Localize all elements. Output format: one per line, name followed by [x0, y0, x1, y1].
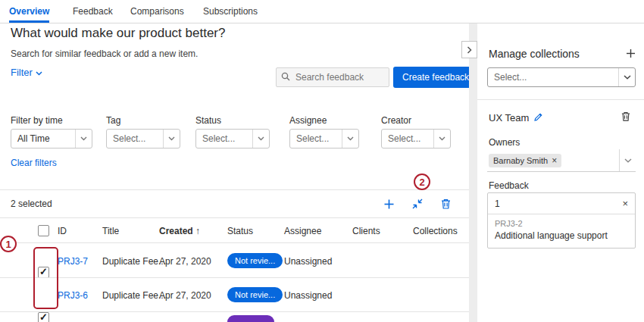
collapse-arrows-icon: [411, 198, 424, 210]
filter-select-assignee[interactable]: Select...: [289, 129, 359, 148]
owners-select[interactable]: Barnaby Smith ×: [487, 149, 636, 172]
chevron-down-icon: [342, 130, 358, 148]
panel-gutter: [469, 23, 477, 322]
divider: [0, 217, 470, 218]
col-header-status[interactable]: Status: [227, 226, 253, 236]
remove-owner-icon[interactable]: ×: [552, 155, 557, 166]
page-subtitle: Search for similar feedback or add a new…: [11, 48, 198, 59]
status-badge: Not revie...: [227, 287, 283, 302]
plus-icon: [383, 199, 395, 210]
chevron-down-icon: [75, 130, 92, 148]
page: Overview Feedback Comparisons Subscripti…: [0, 0, 644, 322]
pencil-icon: [533, 112, 543, 122]
row-created: Apr 27, 2020: [159, 290, 211, 301]
tab-comparisons[interactable]: Comparisons: [130, 0, 184, 23]
chevron-down-icon: [163, 130, 180, 148]
collection-select-value: Select...: [488, 72, 618, 83]
filter-select-tag-value: Select...: [107, 133, 163, 144]
feedback-label: Feedback: [489, 180, 529, 191]
search-icon: [281, 70, 290, 84]
page-title: What would make our product better?: [11, 26, 225, 41]
feedback-count: 1: [495, 199, 500, 209]
tab-feedback[interactable]: Feedback: [73, 0, 113, 23]
row-checkbox[interactable]: [38, 312, 49, 322]
collapse-panel-button[interactable]: [461, 41, 477, 58]
tab-overview[interactable]: Overview: [9, 0, 49, 23]
filter-label-assignee: Assignee: [289, 115, 327, 126]
tab-bar: Overview Feedback Comparisons Subscripti…: [0, 0, 644, 23]
collection-select[interactable]: Select...: [487, 67, 636, 87]
sort-asc-icon: ↑: [195, 226, 200, 236]
filter-select-assignee-value: Select...: [290, 133, 342, 144]
row-id-link[interactable]: PRJ3-7: [58, 256, 88, 267]
filter-select-time[interactable]: All Time: [11, 129, 92, 148]
manage-collections-panel: Manage collections Select... UX Team Own…: [477, 23, 644, 322]
owner-tag-label: Barnaby Smith: [493, 156, 548, 165]
divider: [0, 242, 470, 243]
trash-icon: [440, 198, 452, 210]
add-to-collection-button[interactable]: [381, 196, 396, 211]
owners-label: Owners: [489, 137, 520, 148]
select-all-checkbox[interactable]: [38, 225, 49, 236]
col-header-title[interactable]: Title: [102, 226, 119, 236]
col-header-created-label: Created: [159, 226, 193, 236]
divider: [0, 277, 470, 278]
remove-feedback-icon[interactable]: ×: [622, 198, 628, 209]
divider: [477, 99, 644, 100]
search-input[interactable]: [294, 71, 385, 83]
row-title: Duplicate Fee...: [102, 290, 166, 301]
col-header-clients[interactable]: Clients: [352, 226, 380, 236]
trash-icon: [621, 111, 631, 122]
row-assignee: Unassigned: [284, 256, 332, 267]
chevron-down-icon: [618, 68, 635, 86]
add-collection-button[interactable]: [623, 45, 638, 61]
col-header-id[interactable]: ID: [58, 226, 67, 236]
search-feedback-box[interactable]: [276, 67, 389, 87]
filter-label-status: Status: [195, 115, 221, 126]
selected-count: 2 selected: [11, 199, 52, 209]
filter-label-tag: Tag: [106, 115, 120, 126]
delete-button[interactable]: [438, 196, 453, 211]
chevron-down-icon: [36, 67, 42, 78]
chevron-right-icon: [467, 46, 472, 54]
create-feedback-button[interactable]: Create feedback: [393, 67, 478, 88]
filter-label-time: Filter by time: [11, 115, 63, 126]
row-title: Duplicate Fee...: [102, 256, 166, 267]
filter-select-creator[interactable]: Select...: [381, 129, 451, 148]
owner-tag: Barnaby Smith ×: [489, 154, 561, 167]
row-created: Apr 27, 2020: [159, 256, 211, 267]
status-badge: [227, 315, 274, 322]
row-checkbox[interactable]: [38, 267, 49, 278]
filter-select-status[interactable]: Select...: [195, 129, 270, 148]
sidebar-title: Manage collections: [489, 48, 580, 60]
feedback-box: 1 × PRJ3-2 Additional language support: [487, 192, 636, 249]
annotation-rect-checkboxes: [33, 247, 58, 309]
filter-label-creator: Creator: [381, 115, 411, 126]
feedback-item-title[interactable]: Additional language support: [495, 230, 628, 241]
col-header-collections[interactable]: Collections: [413, 226, 458, 236]
feedback-item-id: PRJ3-2: [495, 219, 628, 228]
merge-collapse-button[interactable]: [410, 196, 425, 211]
status-badge: Not revie...: [227, 253, 283, 268]
divider: [0, 311, 470, 312]
filter-toggle-label: Filter: [11, 67, 33, 78]
chevron-down-icon: [619, 149, 636, 171]
annotation-circle-1: 1: [0, 236, 17, 252]
clear-filters-link[interactable]: Clear filters: [11, 158, 57, 168]
row-id-link[interactable]: PRJ3-6: [58, 290, 88, 301]
annotation-circle-2: 2: [414, 174, 430, 190]
filter-select-time-value: All Time: [11, 133, 75, 144]
col-header-assignee[interactable]: Assignee: [284, 226, 321, 236]
collection-name: UX Team: [489, 112, 529, 123]
filter-select-tag[interactable]: Select...: [106, 129, 180, 148]
tab-subscriptions[interactable]: Subscriptions: [203, 0, 258, 23]
col-header-created[interactable]: Created ↑: [159, 226, 200, 236]
delete-collection-button[interactable]: [618, 108, 633, 123]
plus-icon: [626, 48, 636, 58]
divider: [0, 189, 470, 190]
row-assignee: Unassigned: [284, 290, 332, 301]
edit-collection-button[interactable]: [530, 109, 546, 124]
chevron-down-icon: [252, 130, 269, 148]
filter-toggle[interactable]: Filter: [11, 67, 42, 78]
filter-select-status-value: Select...: [196, 133, 252, 144]
